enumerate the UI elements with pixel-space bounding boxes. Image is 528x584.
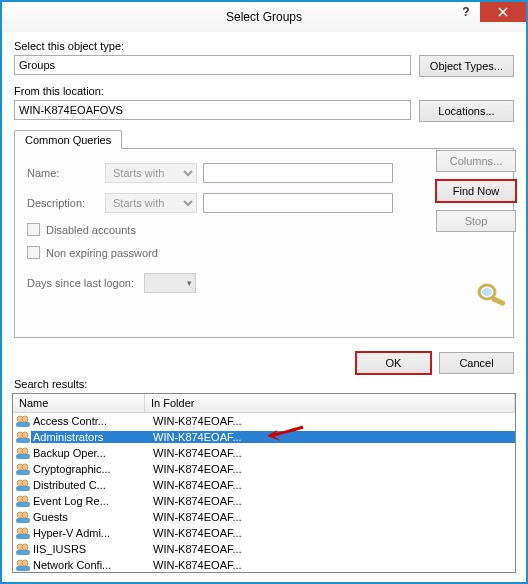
group-icon [15,494,31,508]
tab-common-queries[interactable]: Common Queries [14,130,122,149]
locations-button[interactable]: Locations... [419,100,514,122]
row-name: Network Confi... [31,559,147,571]
svg-rect-5 [16,422,30,427]
group-icon [15,526,31,540]
svg-point-31 [22,560,28,566]
svg-rect-8 [16,438,30,443]
non-expiring-checkbox [27,246,40,259]
object-types-button[interactable]: Object Types... [419,55,514,77]
svg-point-28 [22,544,28,550]
row-name: Event Log Re... [31,495,147,507]
group-icon [15,446,31,460]
table-row[interactable]: AdministratorsWIN-K874EOAF... [13,429,515,445]
chevron-down-icon: ▾ [187,278,192,288]
help-button[interactable]: ? [452,2,480,22]
table-row[interactable]: Hyper-V Admi...WIN-K874EOAF... [13,525,515,541]
svg-rect-17 [16,486,30,491]
svg-rect-14 [16,470,30,475]
titlebar: Select Groups ? [2,2,526,32]
svg-point-10 [22,448,28,454]
svg-point-4 [22,416,28,422]
svg-rect-20 [16,502,30,507]
group-icon [15,462,31,476]
days-label: Days since last logon: [27,277,134,289]
table-row[interactable]: Distributed C...WIN-K874EOAF... [13,477,515,493]
row-name: Administrators [31,431,147,443]
group-icon [15,414,31,428]
group-icon [15,542,31,556]
search-results-label: Search results: [2,378,526,393]
table-header: Name In Folder [13,394,515,413]
cancel-button[interactable]: Cancel [439,352,514,374]
row-folder: WIN-K874EOAF... [147,495,515,507]
table-row[interactable]: Event Log Re...WIN-K874EOAF... [13,493,515,509]
col-name[interactable]: Name [13,394,145,412]
table-row[interactable]: Access Contr...WIN-K874EOAF... [13,413,515,429]
row-folder: WIN-K874EOAF... [147,479,515,491]
row-name: IIS_IUSRS [31,543,147,555]
object-type-label: Select this object type: [14,40,514,52]
row-folder: WIN-K874EOAF... [147,463,515,475]
group-icon [15,478,31,492]
non-expiring-label: Non expiring password [46,247,158,259]
stop-button: Stop [436,210,516,232]
table-row[interactable]: Network Confi...WIN-K874EOAF... [13,557,515,573]
disabled-accounts-label: Disabled accounts [46,224,136,236]
window-title: Select Groups [226,10,302,24]
svg-rect-26 [16,534,30,539]
location-value: WIN-K874EOAFOVS [19,104,123,116]
close-icon [498,7,508,17]
svg-point-2 [482,288,492,296]
find-now-button[interactable]: Find Now [436,180,516,202]
table-row[interactable]: Backup Oper...WIN-K874EOAF... [13,445,515,461]
row-folder: WIN-K874EOAF... [147,431,515,443]
group-icon [15,558,31,572]
close-button[interactable] [480,2,526,22]
col-folder[interactable]: In Folder [145,394,515,412]
svg-point-19 [22,496,28,502]
results-table[interactable]: Name In Folder Access Contr...WIN-K874EO… [12,393,516,573]
table-row[interactable]: Cryptographic...WIN-K874EOAF... [13,461,515,477]
name-label: Name: [27,167,99,179]
svg-point-22 [22,512,28,518]
object-type-value: Groups [19,59,55,71]
location-field[interactable]: WIN-K874EOAFOVS [14,100,411,120]
row-folder: WIN-K874EOAF... [147,559,515,571]
name-input [203,163,393,183]
days-combo: ▾ [144,273,196,293]
columns-button: Columns... [436,150,516,172]
row-name: Guests [31,511,147,523]
group-icon [15,430,31,444]
svg-point-25 [22,528,28,534]
svg-rect-32 [16,566,30,571]
svg-point-13 [22,464,28,470]
search-results-icon [476,280,510,308]
row-folder: WIN-K874EOAF... [147,543,515,555]
location-label: From this location: [14,85,514,97]
row-name: Access Contr... [31,415,147,427]
row-name: Distributed C... [31,479,147,491]
svg-point-7 [22,432,28,438]
ok-button[interactable]: OK [356,352,431,374]
svg-rect-23 [16,518,30,523]
group-icon [15,510,31,524]
row-folder: WIN-K874EOAF... [147,511,515,523]
desc-mode-combo: Starts with [105,193,197,213]
svg-rect-11 [16,454,30,459]
row-folder: WIN-K874EOAF... [147,527,515,539]
svg-rect-29 [16,550,30,555]
row-name: Hyper-V Admi... [31,527,147,539]
object-type-field[interactable]: Groups [14,55,411,75]
row-name: Cryptographic... [31,463,147,475]
desc-label: Description: [27,197,99,209]
table-row[interactable]: IIS_IUSRSWIN-K874EOAF... [13,541,515,557]
row-name: Backup Oper... [31,447,147,459]
disabled-accounts-checkbox [27,223,40,236]
desc-input [203,193,393,213]
svg-point-16 [22,480,28,486]
name-mode-combo: Starts with [105,163,197,183]
svg-rect-1 [491,296,506,306]
table-row[interactable]: GuestsWIN-K874EOAF... [13,509,515,525]
row-folder: WIN-K874EOAF... [147,415,515,427]
row-folder: WIN-K874EOAF... [147,447,515,459]
